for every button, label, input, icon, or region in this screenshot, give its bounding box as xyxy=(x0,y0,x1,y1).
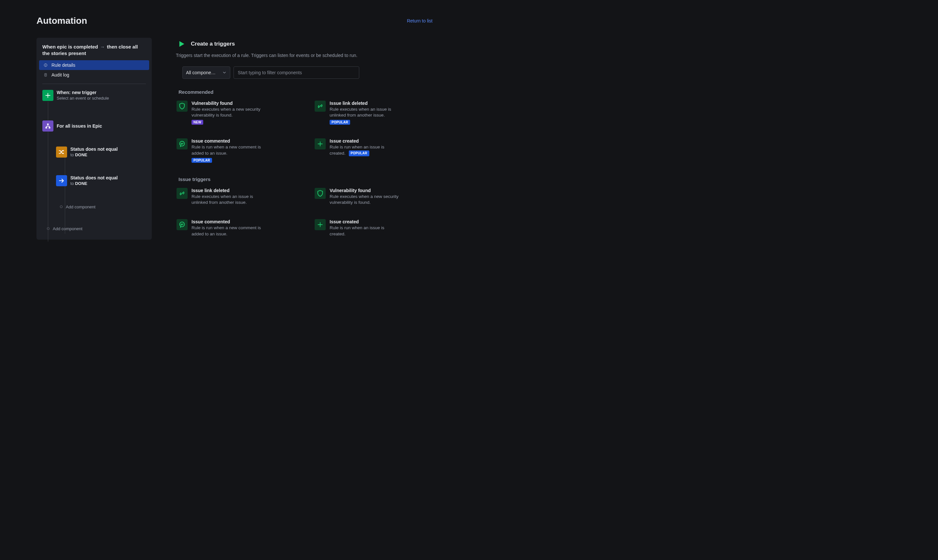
nav-label: Rule details xyxy=(51,63,75,68)
divider xyxy=(42,84,146,84)
tree-condition-node[interactable]: Status does not equal to DONE xyxy=(56,146,146,158)
trigger-subtitle: Rule executes when a new security vulner… xyxy=(191,106,263,118)
unlink-icon xyxy=(177,188,188,199)
plus-icon xyxy=(315,138,326,149)
trigger-subtitle: Rule executes when a new security vulner… xyxy=(330,194,401,205)
component-filter-select[interactable]: All compone… xyxy=(182,66,230,79)
shield-icon xyxy=(315,188,326,199)
unlink-icon xyxy=(315,101,326,112)
section-issue-triggers: Issue triggers xyxy=(179,177,433,182)
rule-name-trigger: When epic is completed xyxy=(42,44,98,49)
trigger-card[interactable]: Vulnerability foundRule executes when a … xyxy=(176,100,294,125)
node-title: For all issues in Epic xyxy=(57,123,102,129)
trigger-card[interactable]: Issue link deletedRule executes when an … xyxy=(314,100,433,125)
trigger-subtitle: Rule executes when an issue is unlinked … xyxy=(191,194,263,205)
trigger-card[interactable]: Issue link deletedRule executes when an … xyxy=(176,187,294,206)
main-panel: Create a triggers Triggers start the exe… xyxy=(176,38,433,251)
play-icon xyxy=(176,38,187,49)
comment-icon xyxy=(177,219,188,230)
add-component-label: Add component xyxy=(53,226,82,231)
add-component-inner[interactable]: Add component xyxy=(60,205,146,209)
badge: POPULAR xyxy=(330,120,350,125)
shuffle-icon xyxy=(56,146,67,158)
rule-sidebar: When epic is completed → then close all … xyxy=(37,38,152,240)
document-icon xyxy=(44,73,48,77)
arrow-icon: → xyxy=(100,44,105,49)
rule-tree: When: new trigger Select an event or sch… xyxy=(39,90,149,237)
return-to-list-link[interactable]: Return to list xyxy=(407,18,433,23)
nav-audit-log[interactable]: Audit log xyxy=(39,70,149,80)
section-recommended: Recommended xyxy=(179,89,433,95)
trigger-title: Vulnerability found xyxy=(191,101,263,106)
trigger-title: Issue link deleted xyxy=(330,101,401,106)
node-title: Status does not equal xyxy=(70,146,117,152)
trigger-title: Vulnerability found xyxy=(330,188,401,193)
node-title: Status does not equal xyxy=(70,175,117,180)
trigger-title: Issue commented xyxy=(191,138,263,143)
main-title: Create a triggers xyxy=(191,41,235,47)
plus-icon xyxy=(42,90,54,101)
trigger-card[interactable]: Vulnerability foundRule executes when a … xyxy=(314,187,433,206)
trigger-card[interactable]: Issue createdRule is run when an issue i… xyxy=(314,218,433,237)
nav-label: Audit log xyxy=(51,72,69,77)
add-component-label: Add component xyxy=(66,205,95,209)
node-subtitle: Select an event or schedule xyxy=(57,96,109,101)
trigger-title: Issue commented xyxy=(191,219,263,224)
main-subtitle: Triggers start the execution of a rule. … xyxy=(176,53,433,58)
tree-action-node[interactable]: Status does not equal to DONE xyxy=(56,175,146,186)
comment-icon xyxy=(177,138,188,149)
node-subtitle: to DONE xyxy=(70,181,117,186)
trigger-subtitle: Rule executes when an issue is unlinked … xyxy=(330,106,401,118)
tree-branch-node[interactable]: For all issues in Epic xyxy=(42,120,146,132)
trigger-card[interactable]: Issue createdRule is run when an issue i… xyxy=(314,138,433,163)
arrow-right-icon xyxy=(56,175,67,186)
info-icon xyxy=(44,63,48,67)
trigger-title: Issue link deleted xyxy=(191,188,263,193)
select-label: All compone… xyxy=(186,70,216,75)
page-title: Automation xyxy=(37,15,87,26)
add-circle-icon xyxy=(47,227,49,230)
chevron-down-icon xyxy=(222,70,227,75)
node-title: When: new trigger xyxy=(57,90,109,95)
shield-icon xyxy=(177,101,188,112)
trigger-card[interactable]: Issue commentedRule is run when a new co… xyxy=(176,218,294,237)
add-component-outer[interactable]: Add component xyxy=(47,226,146,231)
trigger-subtitle: Rule is run when an issue is created. PO… xyxy=(330,144,401,156)
component-search-input[interactable] xyxy=(234,66,359,79)
trigger-subtitle: Rule is run when a new comment is added … xyxy=(191,225,263,237)
trigger-title: Issue created xyxy=(330,138,401,143)
rule-name: When epic is completed → then close all … xyxy=(39,40,149,60)
trigger-subtitle: Rule is run when a new comment is added … xyxy=(191,144,263,156)
plus-icon xyxy=(315,219,326,230)
trigger-title: Issue created xyxy=(330,219,401,224)
hierarchy-icon xyxy=(42,120,54,132)
badge: POPULAR xyxy=(349,151,369,156)
badge: NEW xyxy=(191,120,203,125)
nav-rule-details[interactable]: Rule details xyxy=(39,60,149,70)
trigger-card[interactable]: Issue commentedRule is run when a new co… xyxy=(176,138,294,163)
node-subtitle: to DONE xyxy=(70,152,117,157)
tree-trigger-node[interactable]: When: new trigger Select an event or sch… xyxy=(42,90,146,101)
trigger-subtitle: Rule is run when an issue is created. xyxy=(330,225,401,237)
badge: POPULAR xyxy=(191,158,212,163)
add-circle-icon xyxy=(60,205,63,208)
